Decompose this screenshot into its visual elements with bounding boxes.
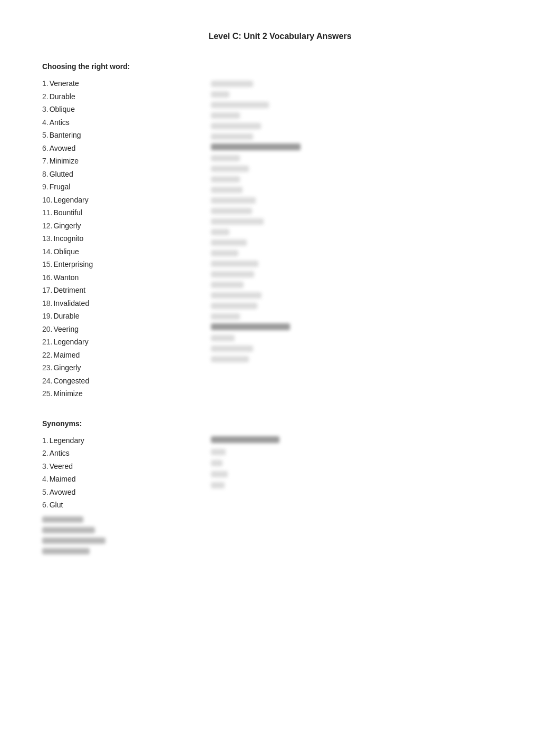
list-item: 10.Legendary <box>42 194 179 207</box>
list-item: 5.Bantering <box>42 129 179 142</box>
list-item: 23.Gingerly <box>42 361 179 374</box>
list-item: 12.Gingerly <box>42 219 179 233</box>
list-item: 21.Legendary <box>42 335 179 349</box>
list-item: 6.Avowed <box>42 142 179 155</box>
list-item: 9.Frugal <box>42 180 179 194</box>
list-item: 19.Durable <box>42 310 179 323</box>
list-item: 11.Bountiful <box>42 206 179 219</box>
list-item: 6.Glut <box>42 498 179 512</box>
synonyms-right-col <box>211 434 518 558</box>
list-item: 18.Invalidated <box>42 297 179 310</box>
list-item: 13.Incognito <box>42 232 179 245</box>
choosing-right-col <box>211 77 518 400</box>
synonyms-left-col: 1.Legendary 2.Antics 3.Veered 4.Maimed 5… <box>42 434 179 558</box>
list-item: 16.Wanton <box>42 271 179 284</box>
list-item: 24.Congested <box>42 374 179 388</box>
list-item: 3.Veered <box>42 460 179 473</box>
list-item: 4.Antics <box>42 116 179 129</box>
page-title: Level C: Unit 2 Vocabulary Answers <box>42 32 518 41</box>
list-item: 2.Antics <box>42 447 179 460</box>
choosing-section: Choosing the right word: 1.Venerate 2.Du… <box>42 62 518 400</box>
list-item: 14.Oblique <box>42 245 179 258</box>
list-item: 1.Legendary <box>42 434 179 447</box>
list-item: 8.Glutted <box>42 168 179 181</box>
list-item: 17.Detriment <box>42 284 179 297</box>
list-item: 20.Veering <box>42 323 179 336</box>
synonyms-label: Synonyms: <box>42 419 518 428</box>
list-item: 5.Avowed <box>42 486 179 499</box>
list-item: 3.Oblique <box>42 103 179 116</box>
list-item: 25.Minimize <box>42 387 179 400</box>
list-item: 7.Minimize <box>42 155 179 168</box>
choosing-label: Choosing the right word: <box>42 62 518 71</box>
list-item: 22.Maimed <box>42 349 179 362</box>
list-item: 4.Maimed <box>42 473 179 486</box>
choosing-left-col: 1.Venerate 2.Durable 3.Oblique 4.Antics … <box>42 77 179 400</box>
list-item: 15.Enterprising <box>42 258 179 271</box>
list-item: 1.Venerate <box>42 77 179 90</box>
list-item: 2.Durable <box>42 90 179 103</box>
synonyms-section: Synonyms: 1.Legendary 2.Antics 3.Veered … <box>42 419 518 558</box>
